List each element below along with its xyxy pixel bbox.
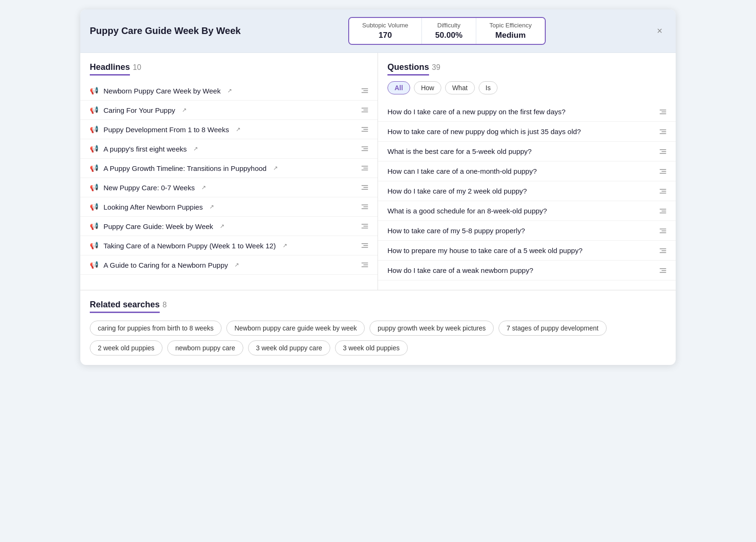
headline-text: Newborn Puppy Care Week by Week xyxy=(103,87,221,95)
add-to-list-icon[interactable] xyxy=(660,129,666,134)
headline-text: A Puppy Growth Timeline: Transitions in … xyxy=(103,164,266,172)
related-title: Related searches xyxy=(90,300,160,313)
main-content: Headlines 10 📢 Newborn Puppy Care Week b… xyxy=(80,53,676,290)
related-tag[interactable]: Newborn puppy care guide week by week xyxy=(226,321,365,336)
efficiency-value: Medium xyxy=(490,31,532,40)
related-tag[interactable]: 3 week old puppy care xyxy=(248,340,330,356)
headlines-count: 10 xyxy=(133,63,141,72)
add-to-list-icon[interactable] xyxy=(660,229,666,233)
add-to-list-icon[interactable] xyxy=(361,146,368,151)
headline-item[interactable]: 📢 A Puppy Growth Timeline: Transitions i… xyxy=(80,159,378,178)
headline-item[interactable]: 📢 A Guide to Caring for a Newborn Puppy … xyxy=(80,255,378,275)
question-text: How do I take care of a new puppy on the… xyxy=(387,108,660,116)
external-link-icon[interactable]: ↗ xyxy=(227,87,232,94)
efficiency-cell: Topic Efficiency Medium xyxy=(476,18,545,44)
headline-text: Looking After Newborn Puppies xyxy=(103,203,203,211)
add-to-list-icon[interactable] xyxy=(361,108,368,112)
headline-item[interactable]: 📢 A puppy's first eight weeks ↗ xyxy=(80,139,378,159)
megaphone-icon: 📢 xyxy=(90,261,99,269)
question-text: What is the best care for a 5-week old p… xyxy=(387,147,660,155)
headline-item[interactable]: 📢 Taking Care of a Newborn Puppy (Week 1… xyxy=(80,236,378,255)
add-to-list-icon[interactable] xyxy=(660,248,666,253)
headline-text: Taking Care of a Newborn Puppy (Week 1 t… xyxy=(103,242,276,250)
question-text: How to take care of new puppy dog which … xyxy=(387,127,660,136)
tags-container: caring for puppies from birth to 8 weeks… xyxy=(90,321,666,356)
related-tag[interactable]: 3 week old puppies xyxy=(335,340,408,356)
close-button[interactable]: × xyxy=(653,24,666,38)
subtopic-volume-cell: Subtopic Volume 170 xyxy=(349,18,422,44)
headline-text: Puppy Development From 1 to 8 Weeks xyxy=(103,126,229,134)
difficulty-label: Difficulty xyxy=(435,22,463,29)
add-to-list-icon[interactable] xyxy=(660,209,666,213)
page-title: Puppy Care Guide Week By Week xyxy=(90,25,241,36)
question-item: How to prepare my house to take care of … xyxy=(378,241,676,261)
headline-item[interactable]: 📢 Newborn Puppy Care Week by Week ↗ xyxy=(80,81,378,101)
filter-tab-all[interactable]: All xyxy=(387,81,410,94)
headline-left: 📢 A Guide to Caring for a Newborn Puppy … xyxy=(90,261,239,269)
headline-left: 📢 Puppy Care Guide: Week by Week ↗ xyxy=(90,222,224,230)
add-to-list-icon[interactable] xyxy=(660,169,666,174)
question-item: How can I take care of a one-month-old p… xyxy=(378,161,676,181)
add-to-list-icon[interactable] xyxy=(660,189,666,194)
external-link-icon[interactable]: ↗ xyxy=(273,165,278,171)
question-item: How do I take care of a new puppy on the… xyxy=(378,102,676,122)
headline-text: Caring For Your Puppy xyxy=(103,106,175,114)
megaphone-icon: 📢 xyxy=(90,222,99,230)
question-item: How to take care of my 5-8 puppy properl… xyxy=(378,221,676,241)
megaphone-icon: 📢 xyxy=(90,203,99,211)
difficulty-value: 50.00% xyxy=(435,31,463,40)
megaphone-icon: 📢 xyxy=(90,86,99,95)
headline-left: 📢 New Puppy Care: 0-7 Weeks ↗ xyxy=(90,183,206,192)
question-text: How can I take care of a one-month-old p… xyxy=(387,167,660,175)
add-to-list-icon[interactable] xyxy=(660,268,666,273)
questions-panel: Questions 39 AllHowWhatIs How do I take … xyxy=(378,53,676,290)
external-link-icon[interactable]: ↗ xyxy=(201,184,206,191)
main-card: Puppy Care Guide Week By Week Subtopic V… xyxy=(80,9,676,365)
external-link-icon[interactable]: ↗ xyxy=(234,262,239,268)
question-text: How do I take care of my 2 week old pupp… xyxy=(387,187,660,195)
headline-item[interactable]: 📢 Puppy Care Guide: Week by Week ↗ xyxy=(80,217,378,236)
external-link-icon[interactable]: ↗ xyxy=(236,126,241,133)
megaphone-icon: 📢 xyxy=(90,164,99,172)
question-item: What is the best care for a 5-week old p… xyxy=(378,142,676,161)
related-tag[interactable]: 7 stages of puppy development xyxy=(498,321,607,336)
headline-left: 📢 Newborn Puppy Care Week by Week ↗ xyxy=(90,86,232,95)
related-header: Related searches 8 xyxy=(90,300,666,313)
add-to-list-icon[interactable] xyxy=(660,149,666,154)
megaphone-icon: 📢 xyxy=(90,125,99,134)
headline-item[interactable]: 📢 Caring For Your Puppy ↗ xyxy=(80,101,378,120)
add-to-list-icon[interactable] xyxy=(361,166,368,170)
add-to-list-icon[interactable] xyxy=(361,224,368,229)
related-tag[interactable]: puppy growth week by week pictures xyxy=(369,321,494,336)
add-to-list-icon[interactable] xyxy=(361,263,368,267)
external-link-icon[interactable]: ↗ xyxy=(193,145,198,152)
question-text: How do I take care of a weak newborn pup… xyxy=(387,266,660,274)
add-to-list-icon[interactable] xyxy=(361,88,368,93)
external-link-icon[interactable]: ↗ xyxy=(220,223,224,229)
add-to-list-icon[interactable] xyxy=(361,127,368,132)
subtopic-value: 170 xyxy=(362,31,409,40)
related-tag[interactable]: 2 week old puppies xyxy=(90,340,163,356)
filter-tab-how[interactable]: How xyxy=(414,81,441,94)
header: Puppy Care Guide Week By Week Subtopic V… xyxy=(80,9,676,53)
headline-item[interactable]: 📢 Looking After Newborn Puppies ↗ xyxy=(80,197,378,217)
external-link-icon[interactable]: ↗ xyxy=(209,203,214,210)
related-tag[interactable]: newborn puppy care xyxy=(167,340,243,356)
questions-title: Questions xyxy=(387,62,429,76)
add-to-list-icon[interactable] xyxy=(361,243,368,248)
related-tag[interactable]: caring for puppies from birth to 8 weeks xyxy=(90,321,222,336)
headline-text: New Puppy Care: 0-7 Weeks xyxy=(103,184,195,192)
filter-tab-is[interactable]: Is xyxy=(479,81,498,94)
add-to-list-icon[interactable] xyxy=(361,204,368,209)
headline-left: 📢 Caring For Your Puppy ↗ xyxy=(90,106,187,114)
filter-tab-what[interactable]: What xyxy=(445,81,475,94)
headline-item[interactable]: 📢 New Puppy Care: 0-7 Weeks ↗ xyxy=(80,178,378,197)
headline-left: 📢 Looking After Newborn Puppies ↗ xyxy=(90,203,214,211)
headline-item[interactable]: 📢 Puppy Development From 1 to 8 Weeks ↗ xyxy=(80,120,378,139)
external-link-icon[interactable]: ↗ xyxy=(182,107,187,113)
difficulty-cell: Difficulty 50.00% xyxy=(422,18,476,44)
megaphone-icon: 📢 xyxy=(90,144,99,153)
add-to-list-icon[interactable] xyxy=(361,185,368,190)
add-to-list-icon[interactable] xyxy=(660,110,666,114)
external-link-icon[interactable]: ↗ xyxy=(283,242,287,249)
